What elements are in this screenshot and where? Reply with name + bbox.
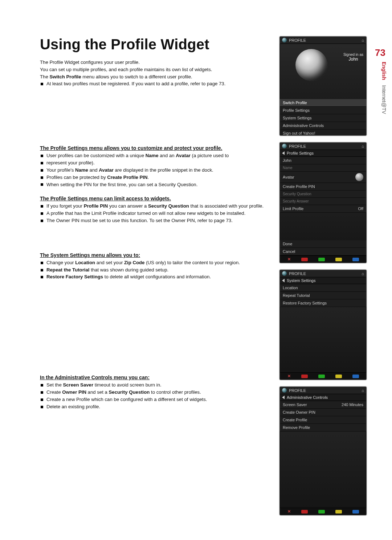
widget-subheader[interactable]: System Settings xyxy=(280,277,366,284)
page-number: 73 xyxy=(375,47,385,58)
green-button-icon[interactable] xyxy=(318,258,325,261)
acc-bullet: A profile that has the Limit Profile ind… xyxy=(40,210,269,217)
content-column: Using the Profile Widget The Profile Wid… xyxy=(40,36,269,515)
ac-row-remove-profile[interactable]: Remove Profile xyxy=(280,424,366,431)
widget-screenshot-column: PROFILE ⌂ Signed in as John Switch Profi… xyxy=(279,36,367,515)
red-button-icon[interactable] xyxy=(301,510,308,514)
intro-line: The Switch Profile menu allows you to sw… xyxy=(40,74,269,80)
yellow-button-icon[interactable] xyxy=(335,375,342,378)
adm-bullet: Delete an existing profile. xyxy=(40,404,269,410)
yellow-button-icon[interactable] xyxy=(335,258,342,261)
vtab-language: English xyxy=(381,62,387,80)
section-heading: The System Settings menu allows you to: xyxy=(40,252,269,258)
ps-bullet: When setting the PIN for the first time,… xyxy=(40,181,269,188)
red-button-icon[interactable] xyxy=(301,258,308,261)
ps-row-user: John xyxy=(280,157,366,164)
menu-item-admin-controls[interactable]: Administrative Controls xyxy=(280,122,366,130)
avatar-icon xyxy=(355,173,363,181)
widget-admin-controls: PROFILE⌂ Administrative Controls Screen … xyxy=(279,386,367,515)
adm-bullet: Create Owner PIN and set a Security Ques… xyxy=(40,389,269,396)
home-icon: ⌂ xyxy=(362,144,364,148)
widget-title: PROFILE xyxy=(289,388,306,393)
yellow-button-icon[interactable] xyxy=(335,510,342,514)
yahoo-icon xyxy=(282,271,287,276)
section-profile-settings: The Profile Settings menu allows you to … xyxy=(40,145,269,188)
yahoo-icon xyxy=(282,388,287,393)
vtab-section: Internet@TV xyxy=(381,85,387,114)
menu-item-sign-out[interactable]: Sign out of Yahoo! xyxy=(280,130,366,136)
intro-bullet: At least two profiles must be registered… xyxy=(40,81,269,87)
acc-bullet: If you forget your Profile PIN you can a… xyxy=(40,203,269,209)
ps-row-sec-q: Security Question xyxy=(280,191,366,198)
ps-row-limit-profile[interactable]: Limit ProfileOff xyxy=(280,205,366,213)
ss-row-repeat-tutorial[interactable]: Repeat Tutorial xyxy=(280,292,366,299)
manual-page: 73 English Internet@TV Using the Profile… xyxy=(0,0,392,540)
intro-line: The Profile Widget configures your user … xyxy=(40,59,269,66)
widget-title: PROFILE xyxy=(289,271,306,276)
widget-title: PROFILE xyxy=(289,144,306,148)
home-icon: ⌂ xyxy=(362,388,364,393)
blue-button-icon[interactable] xyxy=(352,258,359,261)
back-icon[interactable] xyxy=(282,279,285,282)
vertical-tab: English Internet@TV xyxy=(381,62,387,114)
section-system: The System Settings menu allows you to: … xyxy=(40,252,269,280)
widget-profile-settings: PROFILE⌂ Profile Settings John Name Avat… xyxy=(279,142,367,263)
widget-subheader[interactable]: Profile Settings xyxy=(280,150,366,157)
menu-item-switch-profile[interactable]: Switch Profile xyxy=(280,99,366,107)
widget-title: PROFILE xyxy=(289,38,306,42)
section-heading: The Profile Settings menu can limit acce… xyxy=(40,196,269,201)
yahoo-icon xyxy=(282,38,287,42)
sys-bullet: Change your Location and set your Zip Co… xyxy=(40,259,269,266)
blue-button-icon[interactable] xyxy=(352,510,359,514)
red-button-icon[interactable] xyxy=(301,375,308,378)
adm-bullet: Set the Screen Saver timeout to avoid sc… xyxy=(40,382,269,388)
close-icon[interactable]: ✕ xyxy=(287,509,291,514)
signed-in-block: Signed in as John xyxy=(343,53,363,83)
widget-profile-main: PROFILE ⌂ Signed in as John Switch Profi… xyxy=(279,36,367,136)
sys-bullet: Repeat the Tutorial that was shown durin… xyxy=(40,267,269,273)
green-button-icon[interactable] xyxy=(318,375,325,378)
widget-subheader[interactable]: Administrative Controls xyxy=(280,394,366,401)
page-title: Using the Profile Widget xyxy=(40,36,269,53)
intro-block: The Profile Widget configures your user … xyxy=(40,59,269,87)
menu-item-system-settings[interactable]: System Settings xyxy=(280,114,366,122)
section-admin: In the Administrative Controls menu you … xyxy=(40,375,269,410)
ps-bullet: Profiles can be protected by Create Prof… xyxy=(40,174,269,181)
green-button-icon[interactable] xyxy=(318,510,325,514)
acc-bullet: The Owner PIN must be set to use this fu… xyxy=(40,217,269,224)
ps-row-cancel[interactable]: Cancel xyxy=(280,248,366,255)
sys-bullet: Restore Factory Settings to delete all w… xyxy=(40,274,269,280)
ps-row-done[interactable]: Done xyxy=(280,240,366,248)
ss-row-restore-factory[interactable]: Restore Factory Settings xyxy=(280,299,366,307)
ps-bullet: User profiles can be customized with a u… xyxy=(40,152,269,159)
ps-row-create-pin[interactable]: Create Profile PIN xyxy=(280,183,366,191)
back-icon[interactable] xyxy=(282,396,285,399)
adm-bullet: Create a new Profile which can be config… xyxy=(40,396,269,403)
menu-item-profile-settings[interactable]: Profile Settings xyxy=(280,107,366,114)
ac-row-create-owner-pin[interactable]: Create Owner PIN xyxy=(280,409,366,416)
close-icon[interactable]: ✕ xyxy=(287,374,291,379)
ps-row-name-label: Name xyxy=(280,164,366,172)
widget-header: PROFILE ⌂ xyxy=(280,37,366,44)
back-icon[interactable] xyxy=(282,151,285,155)
ac-row-screen-saver[interactable]: Screen Saver240 Minutes xyxy=(280,401,366,409)
ac-row-create-profile[interactable]: Create Profile xyxy=(280,416,366,424)
close-icon[interactable]: ✕ xyxy=(287,257,291,262)
widget-system-settings: PROFILE⌂ System Settings Location Repeat… xyxy=(279,270,367,380)
section-access: The Profile Settings menu can limit acce… xyxy=(40,196,269,224)
intro-line: You can set up multiple profiles, and ea… xyxy=(40,66,269,73)
home-icon: ⌂ xyxy=(362,271,364,276)
ps-row-sec-a: Security Answer xyxy=(280,198,366,205)
yahoo-icon xyxy=(282,144,287,148)
ps-bullet: represent your profile). xyxy=(40,160,269,166)
section-heading: The Profile Settings menu allows you to … xyxy=(40,145,269,151)
blue-button-icon[interactable] xyxy=(352,375,359,378)
ss-row-location[interactable]: Location xyxy=(280,284,366,292)
home-icon: ⌂ xyxy=(362,38,364,42)
ps-row-avatar[interactable]: Avatar xyxy=(280,172,366,183)
ps-bullet: Your profile's Name and Avatar are displ… xyxy=(40,167,269,173)
globe-avatar-icon xyxy=(295,49,327,81)
section-heading: In the Administrative Controls menu you … xyxy=(40,375,269,380)
